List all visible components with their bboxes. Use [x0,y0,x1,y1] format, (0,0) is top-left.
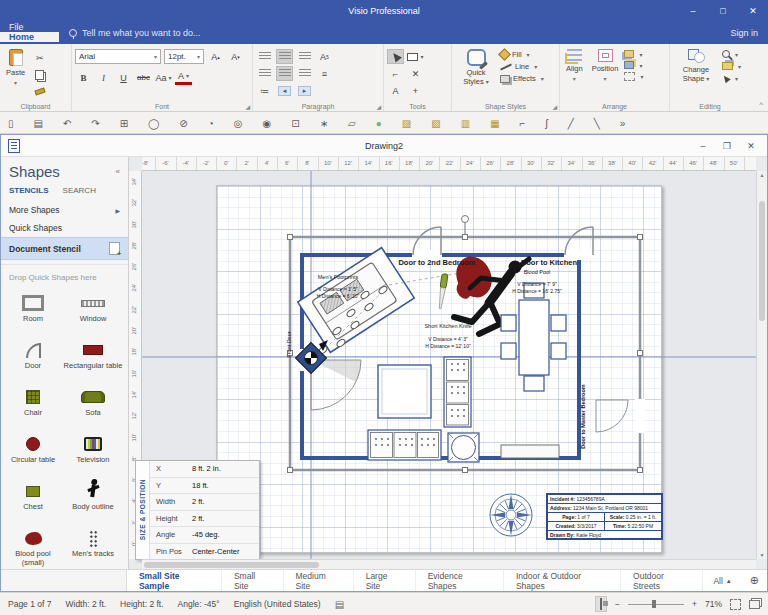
size-position-row[interactable]: Y 18 ft. [150,478,259,495]
intersect-shape-icon[interactable]: ◎ [234,118,243,129]
bold-button[interactable]: B [75,70,92,85]
close-icon[interactable]: ✕ [738,0,768,22]
fit-page-to-window-icon[interactable] [730,599,741,610]
redo-icon[interactable]: ↷ [91,118,99,129]
circular-table-shape[interactable] [448,433,479,462]
cut-icon[interactable]: ✂ [31,50,48,65]
new-window-icon[interactable] [749,600,760,609]
minimize-icon[interactable]: – [678,0,708,22]
send-to-back-icon[interactable]: ▧ [431,118,440,129]
change-shape-button[interactable]: Change Shape [673,47,719,85]
short-kitchen-knife-callout[interactable]: Short Kitchen Knife V Distance = 4' 3" H… [404,323,492,349]
font-color-button[interactable]: A [175,70,192,85]
find-button[interactable] [722,50,741,58]
strikethrough-button[interactable]: abc [135,70,152,85]
union-shape-icon[interactable]: ◉ [263,118,272,129]
zoom-slider[interactable] [628,598,684,610]
paragraph-dialog-launcher-icon[interactable]: ◢ [376,103,381,110]
page-tab[interactable]: Small Site [222,570,284,591]
size-position-row[interactable]: Angle -45 deg. [150,527,259,544]
title-block[interactable]: Incident #: 123456789A Address: 1234 Mai… [546,493,663,540]
zoom-level[interactable]: 71% [705,599,722,609]
drawing-minimize-icon[interactable]: – [691,135,715,157]
align-center-icon[interactable] [276,49,293,64]
vertical-scrollbar[interactable]: ▲ ▼ [756,171,767,559]
drawing-restore-icon[interactable]: ❐ [715,135,739,157]
bench-shape[interactable] [501,445,559,458]
connector-tool-icon[interactable]: ⌐ [387,66,404,81]
font-size-select[interactable]: 12pt.▾ [164,49,204,64]
horizontal-scrollbar[interactable] [142,559,756,569]
horizontal-scroll-thumb[interactable] [144,562,319,568]
quick-styles-button[interactable]: Quick Styles [455,47,497,88]
stencil-shape[interactable]: Blood pool (small) [3,525,63,569]
page-tab[interactable]: Large Site [354,570,416,591]
shapes-grid-icon[interactable]: ⊞ [120,118,128,129]
quick-shapes-item[interactable]: Quick Shapes [1,219,128,237]
stencil-shape[interactable]: Men's tracks [63,525,123,569]
stencil-shape[interactable]: Sofa [63,384,123,431]
ribbon-tab[interactable]: Home [0,32,59,42]
size-position-panel[interactable]: SIZE & POSITION X 8 ft. 2 in. Y 18 ft. W… [135,460,260,560]
width-indicator[interactable]: Width: 2 ft. [65,599,106,609]
shrink-font-icon[interactable]: A▾ [227,49,244,64]
angle-indicator[interactable]: Angle: -45° [178,599,220,609]
status-circle-icon[interactable]: ● [376,118,382,129]
macro-record-icon[interactable]: ▤ [335,599,344,610]
increase-indent-icon[interactable]: ▸ [296,83,313,98]
text-rotate-icon[interactable]: A5 [316,49,333,64]
scroll-down-icon[interactable]: ▼ [757,552,767,558]
stencil-shape[interactable]: Chest [3,478,63,525]
align-button[interactable]: Align ▾ [563,47,586,84]
page-tab[interactable]: Small Site Sample [127,570,222,591]
bring-forward-icon[interactable]: ▥ [461,118,470,129]
bring-to-front-icon[interactable]: ▨ [402,118,411,129]
door-to-2nd-bedroom-label[interactable]: Door to 2nd Bedroom [381,258,493,268]
copy-icon[interactable] [31,67,48,82]
pointer-page-icon[interactable]: ▱ [348,118,356,129]
size-position-row[interactable]: Width 2 ft. [150,494,259,511]
stencil-shape[interactable]: Window [63,290,123,337]
scroll-up-icon[interactable]: ▲ [757,172,767,178]
sofa-horizontal-shape[interactable] [368,430,441,460]
layers-button[interactable] [722,62,741,70]
document-stencil-item[interactable]: Document Stencil [1,237,128,260]
align-left-icon[interactable] [256,49,273,64]
shapes-panel-tab[interactable]: SEARCH [63,186,96,195]
sofa-vertical-shape[interactable] [444,357,471,427]
page-tab[interactable]: Indoor & Outdoor Shapes [504,570,621,591]
pointer-tool-icon[interactable] [387,49,404,64]
undo-icon[interactable]: ↶ [63,118,71,129]
select-button[interactable] [722,74,741,83]
stencil-shape[interactable]: Television [63,431,123,478]
decrease-indent-icon[interactable]: ◂ [276,83,293,98]
page-tab[interactable]: Evidence Shapes [416,570,504,591]
mens-footprints-callout[interactable]: Men's Footprints V Distance = 3' 5" H Di… [292,274,384,299]
size-position-tab[interactable]: SIZE & POSITION [139,479,146,540]
size-position-row[interactable]: Height 2 ft. [150,511,259,528]
rectangle-tool-icon[interactable] [407,49,424,64]
zoom-in-icon[interactable]: + [692,599,697,609]
drawing-close-icon[interactable]: ✕ [739,135,763,157]
size-position-row[interactable]: X 8 ft. 2 in. [150,461,259,478]
align-right-icon[interactable] [296,49,313,64]
knife-shape[interactable] [437,274,448,309]
tell-me-box[interactable]: Tell me what you want to do... [69,22,201,44]
ribbon-tab[interactable]: File [0,22,59,32]
fragment-shape-icon[interactable]: ◔ [208,118,214,129]
page-tab[interactable]: Medium Site [284,570,354,591]
align-top-icon[interactable] [256,66,273,81]
line-button[interactable]: Line [500,62,544,71]
stencil-shape[interactable]: Room [3,290,63,337]
underline-button[interactable]: U [115,70,132,85]
connection-point-tool-icon[interactable]: ✕ [407,66,424,81]
presentation-mode-icon[interactable] [595,596,607,612]
change-case-button[interactable]: Aa [155,70,172,85]
stencil-shape[interactable]: Rectangular table [63,337,123,384]
door-arc-master-bedroom[interactable] [596,400,628,432]
front-door-arc[interactable] [311,360,361,410]
crop-tool-icon[interactable]: + [407,83,424,98]
shape-styles-dialog-launcher-icon[interactable]: ◢ [552,103,557,110]
front-door-label[interactable]: Front Door [286,322,293,368]
page-indicator[interactable]: Page 1 of 7 [8,599,51,609]
